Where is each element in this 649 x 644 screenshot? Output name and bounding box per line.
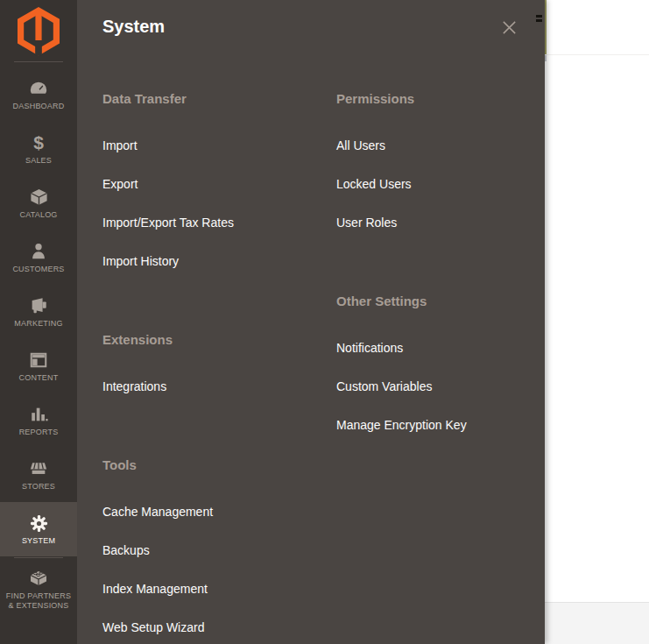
find-partners-brick-icon bbox=[27, 568, 50, 589]
magento-logo-icon bbox=[18, 7, 60, 56]
menu-item-integrations[interactable]: Integrations bbox=[102, 379, 321, 394]
sidebar-item-label: SYSTEM bbox=[22, 536, 55, 546]
accent-line bbox=[545, 0, 547, 54]
sidebar-item-stores[interactable]: STORES bbox=[0, 448, 77, 502]
section-title-permissions: Permissions bbox=[336, 90, 529, 108]
menu-item-locked-users[interactable]: Locked Users bbox=[336, 176, 529, 192]
sidebar-item-label: STORES bbox=[22, 482, 55, 492]
system-flyout-menu: System Data Transfer Import Export Impor… bbox=[77, 0, 545, 644]
sidebar-item-catalog[interactable]: CATALOG bbox=[0, 176, 77, 230]
section-title-extensions: Extensions bbox=[102, 331, 321, 349]
sidebar-item-label: CONTENT bbox=[19, 373, 59, 383]
sidebar-item-sales[interactable]: $ SALES bbox=[0, 122, 77, 176]
menu-item-user-roles[interactable]: User Roles bbox=[336, 215, 529, 230]
sidebar-item-label: DASHBOARD bbox=[13, 102, 65, 111]
marketing-icon bbox=[27, 295, 50, 316]
sidebar-item-reports[interactable]: REPORTS bbox=[0, 393, 77, 448]
menu-item-manage-encryption-key[interactable]: Manage Encryption Key bbox=[336, 417, 529, 433]
sales-icon: $ bbox=[27, 132, 50, 153]
menu-item-web-setup-wizard[interactable]: Web Setup Wizard bbox=[102, 619, 321, 635]
content-icon bbox=[27, 350, 50, 371]
customers-icon bbox=[27, 241, 50, 262]
menu-item-import-export-tax-rates[interactable]: Import/Export Tax Rates bbox=[102, 215, 321, 230]
sidebar-item-label: CATALOG bbox=[19, 210, 57, 220]
menu-item-cache-management[interactable]: Cache Management bbox=[102, 504, 321, 520]
menu-item-all-users[interactable]: All Users bbox=[336, 138, 529, 153]
section-title-data-transfer: Data Transfer bbox=[102, 90, 321, 108]
reports-icon bbox=[27, 404, 50, 425]
menu-item-export[interactable]: Export bbox=[102, 176, 321, 192]
menu-item-import[interactable]: Import bbox=[102, 138, 321, 153]
sidebar-item-label: CUSTOMERS bbox=[12, 265, 64, 274]
page-peek-marks bbox=[536, 15, 542, 24]
menu-item-custom-variables[interactable]: Custom Variables bbox=[336, 379, 529, 394]
sidebar-divider bbox=[14, 61, 63, 62]
stores-icon bbox=[27, 458, 50, 479]
sidebar-item-system[interactable]: SYSTEM bbox=[0, 502, 77, 556]
section-title-other-settings: Other Settings bbox=[336, 293, 529, 310]
sidebar-item-customers[interactable]: CUSTOMERS bbox=[0, 230, 77, 285]
sidebar-item-dashboard[interactable]: DASHBOARD bbox=[0, 67, 77, 122]
menu-item-notifications[interactable]: Notifications bbox=[336, 340, 529, 356]
magento-logo[interactable] bbox=[0, 0, 77, 58]
system-gear-icon bbox=[27, 513, 50, 534]
sidebar-item-content[interactable]: CONTENT bbox=[0, 339, 77, 393]
page-content-behind-overlay bbox=[545, 0, 649, 644]
accent-line-end bbox=[545, 54, 547, 61]
menu-item-index-management[interactable]: Index Management bbox=[102, 581, 321, 597]
page-footer bbox=[545, 602, 649, 644]
sidebar-item-label: FIND PARTNERS & EXTENSIONS bbox=[4, 591, 74, 611]
catalog-icon bbox=[27, 187, 50, 208]
sidebar-item-label: SALES bbox=[25, 156, 52, 166]
dashboard-icon bbox=[27, 78, 50, 99]
sidebar-item-label: MARKETING bbox=[14, 319, 62, 329]
admin-sidebar: DASHBOARD $ SALES CATALOG CUSTOMERS bbox=[0, 0, 77, 644]
menu-item-backups[interactable]: Backups bbox=[102, 542, 321, 558]
flyout-column-left: Data Transfer Import Export Import/Expor… bbox=[102, 0, 321, 635]
page-header-edge bbox=[545, 54, 649, 55]
sidebar-item-find-partners[interactable]: FIND PARTNERS & EXTENSIONS bbox=[0, 558, 77, 619]
section-title-tools: Tools bbox=[102, 456, 321, 474]
menu-item-import-history[interactable]: Import History bbox=[102, 253, 321, 269]
sidebar-item-marketing[interactable]: MARKETING bbox=[0, 285, 77, 339]
sidebar-item-label: REPORTS bbox=[19, 428, 59, 437]
flyout-column-right: Permissions All Users Locked Users User … bbox=[336, 0, 529, 433]
